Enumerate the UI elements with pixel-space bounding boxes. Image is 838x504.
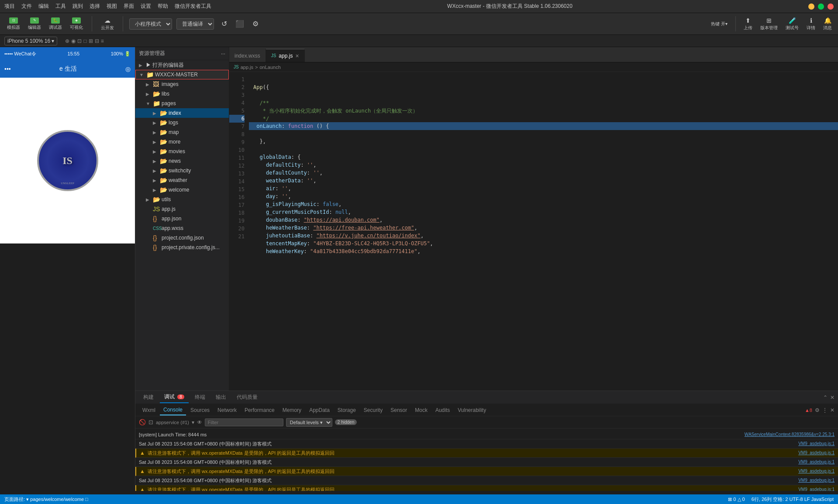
devtab-appdata[interactable]: AppData [306, 405, 333, 415]
folder-utils[interactable]: ▶ 📂 utils [135, 195, 229, 204]
folder-more[interactable]: ▶ 📂 more [135, 137, 229, 147]
mini-mode-select[interactable]: 小程序模式 [129, 18, 172, 30]
menu-wechat[interactable]: 微信开发者工具 [175, 3, 211, 10]
explorer-more-icon[interactable]: ··· [221, 51, 225, 57]
tab-output[interactable]: 输出 [211, 392, 231, 403]
menu-interface[interactable]: 界面 [124, 3, 134, 10]
menu-file[interactable]: 文件 [21, 3, 32, 10]
file-project-config[interactable]: {} project.config.json [135, 233, 229, 243]
menu-goto[interactable]: 跳到 [72, 3, 83, 10]
tab-app-js-close[interactable]: × [295, 53, 299, 59]
console-expand-icon[interactable]: ⊡ [148, 419, 153, 425]
file-app-json[interactable]: {} app.json [135, 214, 229, 223]
device-label[interactable]: iPhone 5 100% 16 ▾ [4, 37, 57, 45]
status-path[interactable]: 页面路径: ▾ pages/welcome/welcome □ [4, 496, 88, 503]
tab-index-wxss[interactable]: index.wxss [229, 49, 266, 62]
sim-controls[interactable]: ⊕ ◉ ⊡ □ ⊞ ⊟ ≡ [65, 38, 103, 44]
folder-pages[interactable]: ▼ 📁 pages [135, 99, 229, 108]
devtab-sources[interactable]: Sources [187, 405, 213, 415]
tab-build[interactable]: 构建 [139, 392, 158, 403]
folder-movies[interactable]: ▶ 📂 movies [135, 147, 229, 156]
folder-news[interactable]: ▶ 📂 news [135, 156, 229, 166]
sim-control-2[interactable]: ◉ [71, 38, 76, 44]
panel-expand-icon[interactable]: ⌃ [823, 394, 828, 401]
devtools-settings-icon[interactable]: ⚙ [815, 407, 820, 413]
root-folder-item[interactable]: ▼ 📁 WXXCX-MASTER [135, 70, 229, 79]
menu-bar[interactable]: 项目 文件 编辑 工具 跳到 选择 视图 界面 设置 帮助 微信开发者工具 [4, 3, 211, 10]
tab-quality[interactable]: 代码质量 [232, 392, 262, 403]
sim-control-7[interactable]: ≡ [101, 38, 104, 44]
devtab-performance[interactable]: Performance [241, 405, 278, 415]
devtab-audits[interactable]: Audits [432, 405, 453, 415]
devtab-wxml[interactable]: Wxml [139, 405, 159, 415]
file-project-private[interactable]: {} project.private.config.js... [135, 243, 229, 252]
devtab-network[interactable]: Network [214, 405, 240, 415]
tab-app-js[interactable]: JS app.js × [266, 49, 305, 62]
message-button[interactable]: 🔔 消息 [821, 16, 834, 32]
detail-button[interactable]: ℹ 详情 [805, 16, 817, 32]
tab-terminal[interactable]: 终端 [190, 392, 210, 403]
folder-images[interactable]: ▶ 🖼 images [135, 79, 229, 89]
sim-control-4[interactable]: □ [83, 38, 86, 44]
folder-switchcity[interactable]: ▶ 📂 switchcity [135, 166, 229, 175]
file-app-wxss[interactable]: CSS app.wxss [135, 223, 229, 233]
status-errors[interactable]: ⊠ 0 △ 0 [728, 497, 745, 502]
simulator-button[interactable]: ⊡ 模拟器 [4, 16, 23, 32]
console-clear-icon[interactable]: 🚫 [139, 419, 146, 425]
console-row-3-source[interactable]: VM9_asdebug.js:1 [798, 449, 835, 456]
editor-button[interactable]: ✎ 编辑器 [25, 16, 44, 32]
console-row-1-source[interactable]: WAServiceMainContext.82835986&v=2.25.3:1 [745, 431, 835, 438]
menu-project[interactable]: 项目 [4, 3, 15, 10]
devtools-close-icon[interactable]: ✕ [830, 407, 835, 413]
folder-logs[interactable]: ▶ 📂 logs [135, 118, 229, 127]
folder-map[interactable]: ▶ 📂 map [135, 127, 229, 137]
menu-help[interactable]: 帮助 [158, 3, 168, 10]
folder-libs[interactable]: ▶ 📂 libs [135, 89, 229, 99]
window-controls[interactable]: — □ ✕ [808, 3, 834, 10]
phone-more-icon[interactable]: ◎ [125, 65, 131, 72]
phone-menu-icon[interactable]: ••• [4, 65, 11, 72]
console-level-select[interactable]: Default levels ▾ [286, 418, 332, 427]
console-row-7-source[interactable]: VM9_asdebug.js:1 [798, 486, 835, 491]
menu-edit[interactable]: 编辑 [38, 3, 49, 10]
visual-button[interactable]: ◈ 可视化 [67, 16, 86, 32]
console-row-6-source[interactable]: VM9_asdebug.js:1 [798, 477, 835, 484]
menu-settings[interactable]: 设置 [141, 3, 151, 10]
devtab-storage[interactable]: Storage [334, 405, 359, 415]
console-row-5-source[interactable]: VM9_asdebug.js:1 [798, 468, 835, 475]
refresh-button[interactable]: ↺ [218, 18, 230, 30]
devtab-console[interactable]: Console [160, 405, 186, 415]
sim-control-6[interactable]: ⊟ [95, 38, 99, 44]
test-button[interactable]: 🧪 测试号 [784, 16, 800, 32]
devtools-more-icon[interactable]: ⋮ [822, 407, 828, 413]
maximize-button[interactable]: □ [818, 3, 824, 10]
open-editors-item[interactable]: ▶ ▶ 打开的编辑器 [135, 60, 229, 70]
console-filter-input[interactable] [205, 418, 283, 426]
minimize-button[interactable]: — [808, 3, 814, 10]
devtab-security[interactable]: Security [360, 405, 386, 415]
version-button[interactable]: ⊞ 版本管理 [759, 16, 779, 32]
close-button[interactable]: ✕ [828, 3, 834, 10]
hotkey-button[interactable]: 热键 开▾ [709, 20, 729, 28]
file-app-js[interactable]: JS app.js [135, 204, 229, 214]
devtab-mock[interactable]: Mock [411, 405, 431, 415]
upload-button[interactable]: ⬆ 上传 [742, 16, 754, 32]
cloud-button[interactable]: ☁ 云开发 [98, 15, 117, 33]
sim-control-3[interactable]: ⊡ [77, 38, 82, 44]
menu-tools[interactable]: 工具 [55, 3, 66, 10]
folder-index[interactable]: ▶ 📂 index [135, 108, 229, 118]
console-row-4-source[interactable]: VM9_asdebug.js:1 [798, 459, 835, 466]
devtab-vulnerability[interactable]: Vulnerability [454, 405, 490, 415]
compile-select[interactable]: 普通编译 [176, 18, 214, 30]
eye-icon[interactable]: 👁 [197, 419, 202, 425]
folder-welcome[interactable]: ▶ 📂 welcome [135, 185, 229, 195]
sim-control-1[interactable]: ⊕ [65, 38, 69, 44]
sim-control-5[interactable]: ⊞ [89, 38, 93, 44]
devtab-sensor[interactable]: Sensor [387, 405, 410, 415]
service-dropdown-icon[interactable]: ▾ [192, 419, 194, 425]
settings-icon[interactable]: ⚙ [250, 18, 261, 30]
tab-debug[interactable]: 调试 8 [160, 391, 189, 403]
devtab-memory[interactable]: Memory [279, 405, 305, 415]
menu-select[interactable]: 选择 [90, 3, 100, 10]
stop-button[interactable]: ⬛ [234, 18, 245, 30]
